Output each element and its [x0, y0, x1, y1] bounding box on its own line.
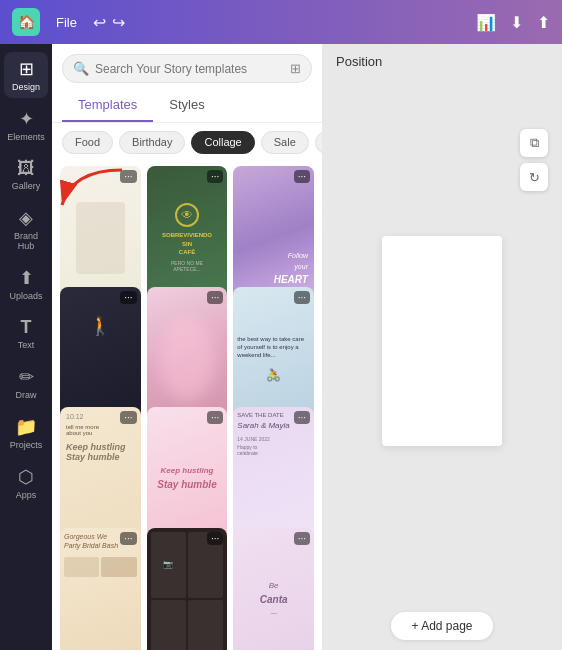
filter-icon[interactable]: ⊞ — [290, 61, 301, 76]
card-more-10[interactable]: ··· — [120, 532, 136, 545]
file-menu[interactable]: File — [48, 11, 85, 34]
chip-summer[interactable]: Sum▶ — [315, 131, 322, 154]
rotate-icon: ↻ — [529, 170, 540, 185]
sidebar-item-gallery[interactable]: 🖼 Gallery — [4, 152, 48, 197]
panel: 🔍 ⊞ Templates Styles Food Birthday Colla… — [52, 44, 322, 650]
home-icon[interactable]: 🏠 — [12, 8, 40, 36]
main-layout: ⊞ Design ✦ Elements 🖼 Gallery ◈ Brand Hu… — [0, 44, 562, 650]
top-bar-left: 🏠 File ↩ ↪ — [12, 8, 125, 36]
tabs: Templates Styles — [52, 89, 322, 123]
canvas-tools: ⧉ ↻ — [520, 129, 548, 191]
template-card-12[interactable]: BeCanta— ··· — [233, 528, 314, 651]
add-page-button[interactable]: + Add page — [391, 612, 492, 640]
canvas-white — [382, 236, 502, 446]
chip-collage[interactable]: Collage — [191, 131, 254, 154]
search-icon: 🔍 — [73, 61, 89, 76]
rotate-tool-btn[interactable]: ↻ — [520, 163, 548, 191]
chips: Food Birthday Collage Sale Sum▶ — [52, 123, 322, 162]
brand-hub-icon: ◈ — [19, 207, 33, 229]
redo-icon[interactable]: ↪ — [112, 13, 125, 32]
sidebar-item-uploads[interactable]: ⬆ Uploads — [4, 261, 48, 307]
elements-icon: ✦ — [19, 108, 34, 130]
chip-food[interactable]: Food — [62, 131, 113, 154]
download-icon[interactable]: ⬇ — [510, 13, 523, 32]
sidebar-label-text: Text — [18, 340, 35, 350]
sidebar-item-elements[interactable]: ✦ Elements — [4, 102, 48, 148]
add-page-area: + Add page — [322, 602, 562, 650]
search-input[interactable] — [95, 62, 284, 76]
draw-icon: ✏ — [19, 366, 34, 388]
copy-icon: ⧉ — [530, 135, 539, 151]
sidebar-item-brand-hub[interactable]: ◈ Brand Hub — [4, 201, 48, 257]
sidebar-label-apps: Apps — [16, 490, 37, 500]
canvas-area: ⧉ ↻ — [322, 79, 562, 602]
card-more-3[interactable]: ··· — [294, 170, 310, 183]
search-area: 🔍 ⊞ — [52, 44, 322, 89]
sidebar-label-gallery: Gallery — [12, 181, 41, 191]
text-icon: T — [21, 317, 32, 338]
search-bar: 🔍 ⊞ — [62, 54, 312, 83]
copy-tool-btn[interactable]: ⧉ — [520, 129, 548, 157]
card-more-12[interactable]: ··· — [294, 532, 310, 545]
undo-redo-group: ↩ ↪ — [93, 13, 125, 32]
sidebar-item-apps[interactable]: ⬡ Apps — [4, 460, 48, 506]
card-more-1[interactable]: ··· — [120, 170, 136, 183]
right-area: Position ⧉ ↻ + Add page — [322, 44, 562, 650]
top-bar: 🏠 File ↩ ↪ 📊 ⬇ ⬆ — [0, 0, 562, 44]
sidebar-label-design: Design — [12, 82, 40, 92]
sidebar-label-draw: Draw — [15, 390, 36, 400]
template-card-11[interactable]: 📷 JAN 09 2021 ··· — [147, 528, 228, 651]
apps-icon: ⬡ — [18, 466, 34, 488]
projects-icon: 📁 — [15, 416, 37, 438]
sidebar-item-draw[interactable]: ✏ Draw — [4, 360, 48, 406]
undo-icon[interactable]: ↩ — [93, 13, 106, 32]
sidebar-label-elements: Elements — [7, 132, 45, 142]
template-card-10[interactable]: Gorgeous WeParty Bridal Bash ··· — [60, 528, 141, 651]
tab-templates[interactable]: Templates — [62, 89, 153, 122]
card-more-5[interactable]: ··· — [207, 291, 223, 304]
sidebar-label-brand-hub: Brand Hub — [8, 231, 44, 251]
sidebar-item-design[interactable]: ⊞ Design — [4, 52, 48, 98]
sidebar-item-projects[interactable]: 📁 Projects — [4, 410, 48, 456]
card-more-11[interactable]: ··· — [207, 532, 223, 545]
card-more-8[interactable]: ··· — [207, 411, 223, 424]
sidebar: ⊞ Design ✦ Elements 🖼 Gallery ◈ Brand Hu… — [0, 44, 52, 650]
sidebar-label-uploads: Uploads — [9, 291, 42, 301]
sidebar-label-projects: Projects — [10, 440, 43, 450]
uploads-icon: ⬆ — [19, 267, 34, 289]
gallery-icon: 🖼 — [17, 158, 35, 179]
chip-birthday[interactable]: Birthday — [119, 131, 185, 154]
tab-styles[interactable]: Styles — [153, 89, 220, 122]
card-more-9[interactable]: ··· — [294, 411, 310, 424]
card-more-2[interactable]: ··· — [207, 170, 223, 183]
top-bar-right: 📊 ⬇ ⬆ — [476, 13, 550, 32]
share-icon[interactable]: ⬆ — [537, 13, 550, 32]
position-label: Position — [322, 44, 562, 79]
chip-sale[interactable]: Sale — [261, 131, 309, 154]
stats-icon[interactable]: 📊 — [476, 13, 496, 32]
card-more-6[interactable]: ··· — [294, 291, 310, 304]
card-more-7[interactable]: ··· — [120, 411, 136, 424]
card-more-4[interactable]: ··· — [120, 291, 136, 304]
template-grid: ··· 👁 SOBREVIVIENDOSINCAFÉ PERO NO MEAPE… — [52, 162, 322, 650]
design-icon: ⊞ — [19, 58, 34, 80]
sidebar-item-text[interactable]: T Text — [4, 311, 48, 356]
